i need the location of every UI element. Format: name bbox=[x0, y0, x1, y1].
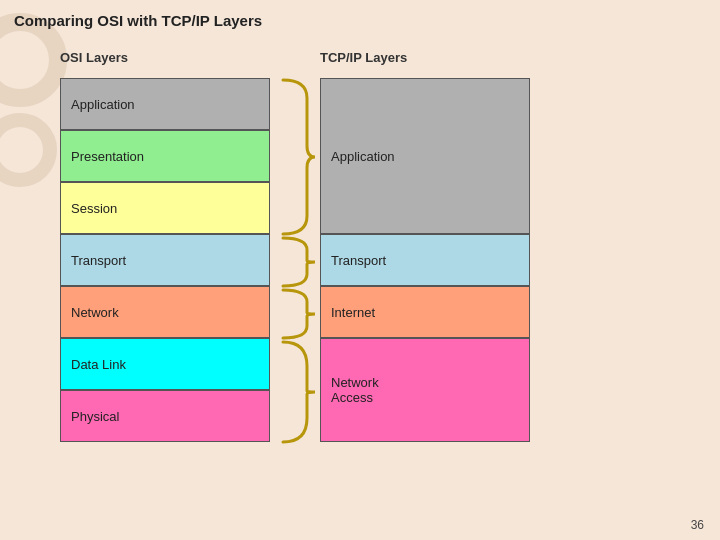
brace-top-icon bbox=[275, 78, 315, 236]
svg-point-1 bbox=[0, 120, 50, 180]
page-number: 36 bbox=[691, 518, 704, 532]
brace-column bbox=[270, 50, 320, 444]
osi-layer-network: Network bbox=[60, 286, 270, 338]
tcp-label: TCP/IP Layers bbox=[320, 50, 530, 72]
tcp-layer-application: Application bbox=[320, 78, 530, 234]
main-container: OSI Layers Application Presentation Sess… bbox=[60, 50, 680, 444]
brace-mid-icon bbox=[275, 236, 315, 288]
osi-layer-session: Session bbox=[60, 182, 270, 234]
tcp-layer-netaccess: NetworkAccess bbox=[320, 338, 530, 442]
osi-layer-datalink: Data Link bbox=[60, 338, 270, 390]
tcp-column: TCP/IP Layers Application Transport Inte… bbox=[320, 50, 530, 444]
osi-column: OSI Layers Application Presentation Sess… bbox=[60, 50, 270, 444]
osi-layer-presentation: Presentation bbox=[60, 130, 270, 182]
osi-layer-application: Application bbox=[60, 78, 270, 130]
osi-label: OSI Layers bbox=[60, 50, 270, 72]
brace-lower-icon bbox=[275, 288, 315, 340]
page-title: Comparing OSI with TCP/IP Layers bbox=[14, 12, 262, 29]
tcp-layer-internet: Internet bbox=[320, 286, 530, 338]
osi-layer-transport: Transport bbox=[60, 234, 270, 286]
brace-bottom-icon bbox=[275, 340, 315, 444]
osi-layer-physical: Physical bbox=[60, 390, 270, 442]
svg-point-0 bbox=[0, 22, 58, 98]
tcp-layer-transport: Transport bbox=[320, 234, 530, 286]
